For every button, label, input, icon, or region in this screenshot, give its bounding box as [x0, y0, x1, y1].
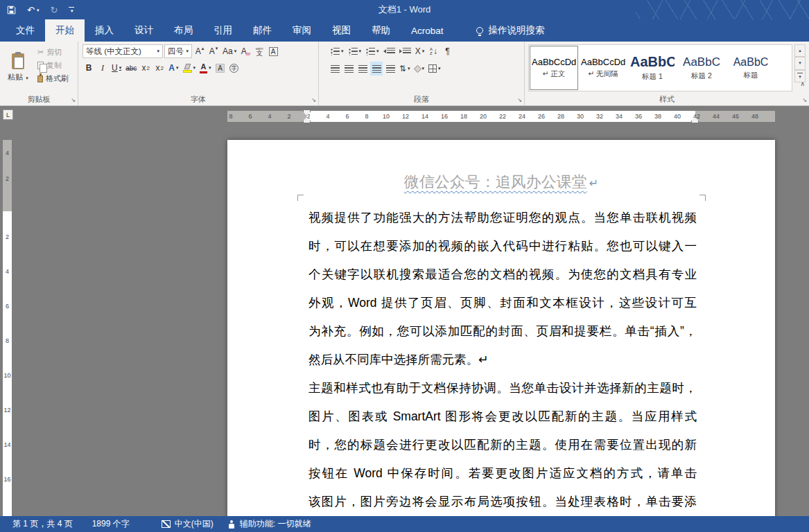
bullets-button[interactable]: ▾: [329, 44, 345, 58]
superscript-button[interactable]: x2: [153, 61, 166, 75]
shading-button[interactable]: ▾: [413, 62, 426, 76]
document-body[interactable]: 视频提供了功能强大的方法帮助您证明您的观点。当您单击联机视频时，可以在想要添加的…: [308, 204, 697, 516]
paste-button[interactable]: 粘贴 ▾: [3, 44, 33, 91]
strikethrough-button[interactable]: abc: [124, 61, 138, 75]
chevron-down-icon: ▾: [376, 48, 379, 54]
tell-me-search[interactable]: 操作说明搜索: [476, 19, 545, 42]
ribbon-tab[interactable]: 布局: [164, 19, 203, 42]
ribbon-tab[interactable]: 视图: [322, 19, 361, 42]
ruler-number: 20: [473, 113, 493, 120]
clear-formatting-button[interactable]: A: [239, 44, 252, 58]
format-painter-button[interactable]: 格式刷: [37, 73, 69, 84]
font-dialog-launcher[interactable]: ↘: [311, 98, 316, 103]
bold-button[interactable]: B: [82, 61, 95, 75]
sort-button[interactable]: AZ ↓: [428, 44, 440, 58]
styles-scroll-down-button[interactable]: ▾: [794, 57, 806, 69]
decrease-indent-button[interactable]: [382, 44, 397, 58]
ruler-number: 4: [260, 113, 279, 120]
style-card[interactable]: AaBbCcDd ↵ 无间隔: [579, 46, 627, 90]
title-bar: ↶ ▾ ↻ ▾ 文档1 - Word: [0, 0, 809, 19]
page-number-status[interactable]: 第 1 页，共 4 页: [6, 518, 80, 530]
align-left-button[interactable]: [329, 62, 341, 76]
asian-layout-button[interactable]: X▾: [414, 44, 426, 58]
document-page[interactable]: 微信公众号：追风办公课堂↵ 视频提供了功能强大的方法帮助您证明您的观点。当您单击…: [227, 140, 775, 532]
tab-selector[interactable]: L: [3, 109, 13, 120]
collapse-ribbon-button[interactable]: ∧: [800, 80, 805, 87]
ribbon-tab[interactable]: Acrobat: [401, 19, 454, 42]
text-line[interactable]: 个关键字以联机搜索最适合您的文档的视频。为使您的文档具有专业: [308, 260, 697, 289]
ruler-number: 2: [3, 220, 12, 254]
show-formatting-marks-button[interactable]: ¶: [442, 44, 454, 58]
style-preview: AaBbC: [733, 56, 769, 69]
ribbon-tab[interactable]: 开始: [45, 19, 85, 42]
style-card[interactable]: AaBbC 标题: [727, 46, 775, 90]
font-color-button[interactable]: A ▾: [198, 61, 213, 75]
shrink-font-button[interactable]: A▾: [207, 44, 220, 58]
ruler-number: 10: [3, 358, 12, 393]
ribbon-tab[interactable]: 审阅: [282, 19, 322, 42]
clipboard-dialog-launcher[interactable]: ↘: [71, 98, 76, 103]
font-name-combo[interactable]: 等线 (中文正文) ▾: [82, 44, 163, 58]
borders-button[interactable]: ▾: [427, 62, 442, 76]
align-center-icon: [345, 65, 354, 73]
line-spacing-button[interactable]: ⇅▾: [398, 62, 412, 76]
ribbon-tab[interactable]: 插入: [85, 19, 124, 42]
ribbon-tab[interactable]: 设计: [124, 19, 164, 42]
increase-indent-button[interactable]: [398, 44, 412, 58]
down-mark-icon: ▾: [216, 46, 218, 51]
character-border-button[interactable]: A: [267, 44, 279, 58]
font-size-combo[interactable]: 四号 ▾: [164, 44, 192, 58]
styles-scroll-up-button[interactable]: ▴: [794, 44, 806, 57]
text-line[interactable]: 图片、图表或 SmartArt 图形将会更改以匹配新的主题。当应用样式: [308, 402, 697, 431]
vertical-ruler[interactable]: 42 246810121416: [3, 140, 12, 516]
numbering-button[interactable]: ▾: [347, 44, 363, 58]
multilevel-list-button[interactable]: ▾: [364, 44, 381, 58]
style-card[interactable]: AaBbC 标题 2: [677, 46, 726, 90]
phonetic-guide-button[interactable]: wén文: [253, 44, 266, 58]
ribbon-tab-label: 审阅: [293, 24, 311, 37]
subscript-button[interactable]: x2: [139, 61, 152, 75]
style-card[interactable]: AaBbCcDd ↵ 正文: [530, 46, 578, 90]
text-line[interactable]: 按钮在 Word 中保存时间。若要更改图片适应文档的方式，请单击: [308, 459, 697, 488]
align-center-button[interactable]: [342, 62, 355, 76]
font-group-label: 字体: [78, 94, 318, 105]
accessibility-label: 辅助功能: 一切就绪: [240, 518, 311, 530]
text-line[interactable]: 视频提供了功能强大的方法帮助您证明您的观点。当您单击联机视频: [308, 204, 697, 232]
italic-button[interactable]: I: [96, 61, 109, 75]
chevron-down-icon: ▾: [176, 65, 179, 71]
ribbon-tab[interactable]: 帮助: [361, 19, 401, 42]
text-line[interactable]: 该图片，图片旁边将会显示布局选项按钮。当处理表格时，单击要添: [308, 488, 697, 516]
pilcrow-icon: ¶: [445, 46, 449, 56]
change-case-button[interactable]: Aa▾: [221, 44, 238, 58]
style-card[interactable]: AaBbC 标题 1: [628, 46, 677, 90]
enclose-characters-button[interactable]: 字: [228, 61, 241, 75]
highlight-button[interactable]: ▾: [182, 61, 198, 75]
ribbon-tab[interactable]: 邮件: [243, 19, 282, 42]
paste-label: 粘贴: [8, 73, 23, 81]
accessibility-status[interactable]: 辅助功能: 一切就绪: [220, 518, 318, 530]
ribbon-tab[interactable]: 文件: [6, 19, 45, 42]
paragraph-dialog-launcher[interactable]: ↘: [517, 98, 522, 103]
word-count-status[interactable]: 1899 个字: [85, 518, 137, 530]
character-shading-button[interactable]: A: [214, 61, 227, 75]
distribute-button[interactable]: [384, 62, 397, 76]
justify-button[interactable]: [370, 62, 383, 76]
styles-dialog-launcher[interactable]: ↘: [802, 98, 807, 103]
align-right-button[interactable]: [356, 62, 369, 76]
copy-button[interactable]: 复制: [37, 60, 69, 71]
text-line[interactable]: 为补充。例如，您可以添加匹配的封面、页眉和提要栏。单击“插入”，: [308, 317, 697, 346]
ribbon-tab[interactable]: 引用: [203, 19, 243, 42]
text-line[interactable]: 外观，Word 提供了页眉、页脚、封面和文本框设计，这些设计可互: [308, 289, 697, 317]
text-effects-button[interactable]: A▾: [167, 61, 180, 75]
paragraph-1: 视频提供了功能强大的方法帮助您证明您的观点。当您单击联机视频时，可以在想要添加的…: [308, 204, 697, 374]
ruler-number: 44: [706, 113, 726, 120]
cut-button[interactable]: ✂ 剪切: [37, 47, 69, 57]
proofing-status[interactable]: 中文(中国): [155, 518, 220, 530]
text-line[interactable]: 然后从不同库中选择所需元素。↵: [308, 346, 697, 374]
text-line[interactable]: 时，可以在想要添加的视频的嵌入代码中进行粘贴。您也可以键入一: [308, 232, 697, 260]
document-title-line[interactable]: 微信公众号：追风办公课堂↵: [227, 172, 775, 193]
text-line[interactable]: 时，您的标题会进行更改以匹配新的主题。使用在需要位置出现的新: [308, 431, 697, 459]
underline-button[interactable]: U▾: [110, 61, 123, 75]
text-line[interactable]: 主题和样式也有助于文档保持协调。当您单击设计并选择新的主题时，: [308, 374, 697, 402]
grow-font-button[interactable]: A▴: [193, 44, 206, 58]
